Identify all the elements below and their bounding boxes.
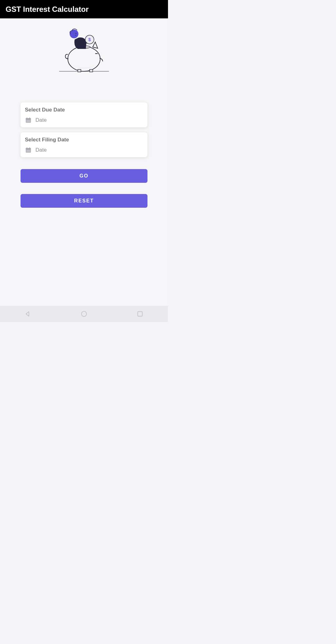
svg-point-1 bbox=[68, 46, 100, 71]
calendar-icon bbox=[25, 147, 32, 154]
filing-date-placeholder: Date bbox=[35, 147, 47, 153]
due-date-field[interactable]: Date bbox=[25, 117, 143, 124]
svg-point-22 bbox=[29, 151, 30, 151]
svg-rect-19 bbox=[29, 147, 30, 149]
svg-rect-4 bbox=[90, 69, 93, 72]
svg-point-14 bbox=[28, 121, 29, 121]
svg-rect-24 bbox=[138, 312, 142, 316]
reset-button[interactable]: RESET bbox=[21, 194, 147, 208]
filing-date-title: Select Filing Date bbox=[25, 137, 143, 143]
illustration: $ bbox=[21, 25, 147, 74]
filing-date-field[interactable]: Date bbox=[25, 147, 143, 154]
svg-point-20 bbox=[27, 151, 27, 151]
svg-rect-12 bbox=[29, 117, 30, 119]
svg-rect-10 bbox=[26, 118, 31, 120]
svg-point-21 bbox=[28, 151, 29, 151]
app-title: GST Interest Calculator bbox=[6, 5, 89, 14]
due-date-card[interactable]: Select Due Date Date bbox=[21, 102, 147, 127]
svg-point-6 bbox=[70, 30, 78, 38]
main-content: $ Select Due Date Date Select Filing Dat… bbox=[0, 18, 168, 306]
nav-home-icon[interactable] bbox=[81, 310, 87, 317]
app-bar: GST Interest Calculator bbox=[0, 0, 168, 18]
svg-rect-2 bbox=[95, 53, 98, 54]
svg-rect-17 bbox=[26, 148, 31, 150]
svg-rect-18 bbox=[27, 147, 27, 149]
svg-point-15 bbox=[29, 121, 30, 121]
nav-back-icon[interactable] bbox=[25, 310, 31, 317]
due-date-title: Select Due Date bbox=[25, 107, 143, 113]
calendar-icon bbox=[25, 117, 32, 124]
svg-text:$: $ bbox=[88, 37, 91, 42]
svg-rect-3 bbox=[78, 69, 81, 72]
filing-date-card[interactable]: Select Filing Date Date bbox=[21, 132, 147, 157]
nav-recent-icon[interactable] bbox=[137, 310, 143, 317]
due-date-placeholder: Date bbox=[35, 117, 47, 123]
svg-point-23 bbox=[82, 311, 87, 317]
system-nav-bar bbox=[0, 306, 168, 322]
go-button[interactable]: GO bbox=[21, 169, 147, 183]
piggy-bank-savings-illustration: $ bbox=[53, 25, 115, 74]
svg-rect-11 bbox=[27, 117, 27, 119]
svg-point-13 bbox=[27, 121, 27, 121]
